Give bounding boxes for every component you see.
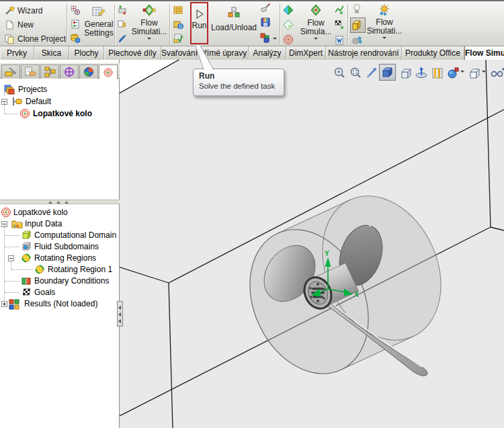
run-tooltip: Run Solve the defined task [193, 69, 284, 96]
lightbulb-icon[interactable] [351, 3, 362, 14]
display-manager-icon [82, 67, 95, 77]
box-globe-icon[interactable] [173, 19, 183, 30]
eraser-icon[interactable] [260, 3, 271, 13]
flow-project-icon [19, 108, 30, 119]
property-manager-icon [24, 67, 37, 77]
tab-plochy[interactable]: Plochy [69, 46, 104, 60]
new-button[interactable]: New [4, 19, 34, 31]
glasses-icon[interactable] [490, 67, 504, 80]
tab-dimxpert-manager[interactable] [60, 65, 79, 79]
dropdown-arrow-icon[interactable] [460, 71, 464, 75]
tab-configuration-manager[interactable] [40, 65, 59, 79]
display-mesh-button[interactable] [350, 17, 366, 33]
dropdown-arrow-icon[interactable] [314, 38, 318, 42]
tab-analyzy[interactable]: Analýzy [249, 46, 286, 60]
goals-icon [22, 287, 32, 298]
default-configuration-icon [11, 96, 22, 107]
tab-property-manager[interactable] [21, 65, 40, 79]
tooltip-title: Run [199, 71, 278, 81]
general-settings-icon [92, 5, 106, 19]
tab-dimxpert[interactable]: DimXpert [286, 46, 326, 60]
flow-simulation-button-a[interactable]: Flow Simulati... [130, 3, 168, 46]
flow-simulation-button-c[interactable]: Flow Simulati... [368, 3, 401, 46]
export-results-icon[interactable] [117, 19, 128, 30]
yellow-box-icon [351, 18, 365, 32]
component-control-icon[interactable] [70, 19, 81, 30]
rainbow-save-icon[interactable] [260, 17, 271, 28]
feature-manager-panel: Projects Default Lopatkové kolo Lopatkov… [0, 60, 120, 428]
wizard-icon [4, 5, 15, 16]
clone-project-icon [4, 34, 15, 44]
appearance-icon[interactable] [446, 67, 460, 80]
dimxpert-manager-icon [62, 67, 76, 77]
wireframe-cube-icon[interactable] [399, 67, 413, 80]
flow-project-icon [1, 207, 11, 218]
realview-icon[interactable] [431, 67, 444, 80]
zoom-pan-icon[interactable] [365, 67, 378, 80]
section-view-icon[interactable] [414, 67, 429, 80]
feature-tree-icon [4, 67, 17, 77]
tab-feature-tree[interactable] [1, 65, 20, 79]
computational-domain-icon [21, 230, 32, 241]
general-settings-button[interactable]: General Settings [84, 3, 114, 46]
flow-simulation-button-b[interactable]: Flow Simula... [298, 3, 333, 46]
graphics-viewport[interactable]: Y X Run Solve the defined task [120, 60, 504, 428]
brush-icon[interactable] [117, 33, 128, 44]
main-toolbar: Wizard New Clone Project General Setting… [0, 0, 504, 46]
tab-flow-simulation[interactable]: Flow Simu... [464, 46, 504, 60]
save-results-icon[interactable] [260, 32, 271, 43]
3d-scene: Y X [120, 60, 504, 428]
run-highlight-box [190, 2, 208, 44]
transfer-boundary-icon[interactable] [117, 5, 128, 15]
tab-flow-simulation-tree[interactable] [99, 65, 118, 79]
goals-flag-icon[interactable] [334, 19, 345, 30]
dropdown-arrow-icon[interactable] [273, 38, 277, 42]
grid-table-icon[interactable] [173, 5, 183, 15]
tab-prvky[interactable]: Prvky [0, 46, 34, 60]
expand-expander[interactable] [1, 301, 7, 307]
new-document-icon [4, 19, 15, 30]
gear-drops-icon[interactable] [351, 35, 362, 46]
tooltip-description: Solve the defined task [199, 82, 278, 90]
panel-resize-handle[interactable] [117, 301, 123, 327]
surface-plot-icon[interactable] [283, 19, 294, 30]
panel-tab-strip [0, 63, 120, 79]
boundary-conditions-icon [21, 275, 32, 286]
projects-icon [4, 84, 15, 95]
results-icon [9, 298, 20, 310]
rotating-region-icon [34, 264, 45, 275]
configuration-manager-icon [43, 67, 56, 77]
panel-splitter[interactable] [0, 200, 120, 204]
tooltip-tail [192, 44, 221, 71]
wizard-button[interactable]: Wizard [4, 5, 42, 17]
dropdown-arrow-icon[interactable] [147, 38, 151, 42]
command-tab-bar: Prvky Skica Plochy Plechové díly Svařová… [0, 46, 504, 60]
axis-y-label: Y [325, 250, 329, 257]
rotating-region-icon [21, 253, 32, 263]
flow-trajectories-icon[interactable] [283, 34, 294, 45]
flow-simulation-results-icon [309, 4, 323, 17]
checklist-icon[interactable] [173, 33, 183, 44]
clone-project-button[interactable]: Clone Project [4, 33, 66, 45]
word-report-icon[interactable] [334, 35, 345, 46]
dropdown-arrow-icon[interactable] [382, 37, 386, 41]
input-data-folder-icon [11, 218, 23, 229]
shaded-cube-icon [380, 65, 395, 80]
goal-plot-icon[interactable] [334, 4, 345, 15]
display-style-shaded-button[interactable] [379, 64, 396, 81]
fluid-subdomains-icon [21, 241, 32, 252]
engineering-database-icon[interactable] [70, 33, 81, 44]
tab-produkty-office[interactable]: Produkty Office [402, 46, 464, 60]
tab-plechove-dily[interactable]: Plechové díly [104, 46, 161, 60]
view-settings-cube-icon[interactable] [468, 67, 481, 80]
zoom-to-area-icon[interactable] [349, 67, 362, 80]
mesh-settings-icon[interactable] [70, 5, 81, 15]
zoom-to-fit-icon[interactable] [333, 67, 346, 80]
tab-skica[interactable]: Skica [34, 46, 69, 60]
tab-display-manager[interactable] [79, 65, 98, 79]
load-unload-button[interactable]: Load/Unload [210, 3, 257, 46]
cut-plot-icon[interactable] [283, 5, 294, 15]
load-unload-icon [226, 6, 241, 19]
tab-nastroje-rendrovani[interactable]: Nástroje rendrování [326, 46, 402, 60]
dropdown-arrow-icon[interactable] [482, 71, 486, 75]
